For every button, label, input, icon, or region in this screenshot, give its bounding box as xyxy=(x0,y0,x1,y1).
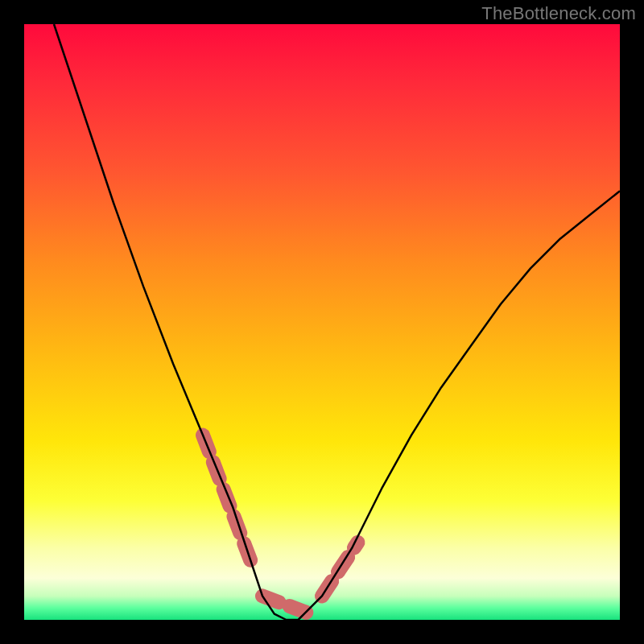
highlight-layer xyxy=(203,436,357,614)
bottleneck-curve xyxy=(54,24,620,620)
plot-area xyxy=(24,24,620,620)
curve-layer xyxy=(54,24,620,620)
curve-svg xyxy=(24,24,620,620)
watermark-text: TheBottleneck.com xyxy=(481,3,636,24)
chart-frame: TheBottleneck.com xyxy=(0,0,644,644)
